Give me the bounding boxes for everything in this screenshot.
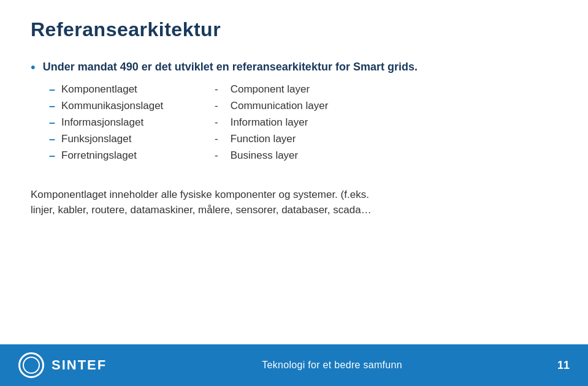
sintef-circle-logo: [18, 352, 44, 378]
list-item: – Forretningslaget - Business layer: [49, 149, 576, 162]
dash-icon: –: [49, 116, 55, 129]
layer-norwegian-4: Funksjonslaget: [61, 133, 202, 145]
layer-english-3: Information layer: [231, 116, 308, 129]
layer-norwegian-2: Kommunikasjonslaget: [61, 100, 202, 112]
dash-icon: –: [49, 83, 55, 96]
dash-icon: –: [49, 133, 55, 146]
sintef-name: SINTEF: [52, 357, 107, 373]
layer-norwegian-1: Komponentlaget: [61, 83, 202, 96]
list-item: – Informasjonslaget - Information layer: [49, 116, 576, 129]
intro-text: Under mandat 490 er det utviklet en refe…: [43, 59, 418, 75]
layer-english-2: Communication layer: [231, 100, 329, 112]
dash-icon: –: [49, 100, 55, 113]
layers-table: – Komponentlaget - Component layer – Kom…: [49, 83, 576, 162]
list-item: – Kommunikasjonslaget - Communication la…: [49, 100, 576, 113]
layer-norwegian-3: Informasjonslaget: [61, 116, 202, 129]
bottom-text-line2: linjer, kabler, routere, datamaskiner, m…: [31, 202, 557, 218]
page-number: 11: [557, 359, 570, 372]
bottom-text: Komponentlaget inneholder alle fysiske k…: [31, 187, 557, 224]
separator-4: -: [215, 133, 218, 145]
separator-3: -: [215, 116, 218, 129]
sintef-inner-circle: [23, 357, 40, 374]
footer-tagline: Teknologi for et bedre samfunn: [262, 360, 402, 371]
list-item: – Komponentlaget - Component layer: [49, 83, 576, 96]
logo-area: SINTEF: [18, 352, 107, 378]
footer: SINTEF Teknologi for et bedre samfunn 11: [0, 344, 588, 386]
dash-icon: –: [49, 149, 55, 162]
layer-english-1: Component layer: [231, 83, 310, 96]
separator-5: -: [215, 149, 218, 162]
slide-container: Referansearkitektur • Under mandat 490 e…: [0, 0, 588, 386]
bottom-text-line1: Komponentlaget inneholder alle fysiske k…: [31, 187, 557, 203]
page-title: Referansearkitektur: [31, 18, 557, 41]
list-item: – Funksjonslaget - Function layer: [49, 133, 576, 146]
separator-2: -: [215, 100, 218, 112]
layer-english-5: Business layer: [231, 149, 299, 162]
bullet-icon: •: [31, 58, 36, 77]
layer-english-4: Function layer: [231, 133, 296, 145]
intro-bullet: • Under mandat 490 er det utviklet en re…: [31, 59, 557, 77]
separator-1: -: [215, 83, 218, 96]
main-content: Referansearkitektur • Under mandat 490 e…: [0, 0, 588, 344]
layer-norwegian-5: Forretningslaget: [61, 149, 202, 162]
